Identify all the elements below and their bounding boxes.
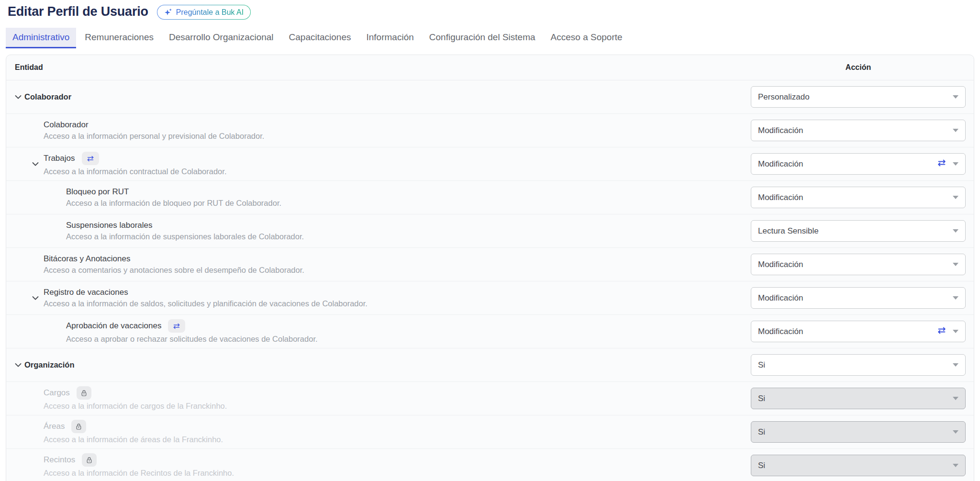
table-row: Registro de vacaciones Acceso a la infor… <box>6 281 974 314</box>
ask-buk-ai-label: Pregúntale a Buk AI <box>176 9 244 16</box>
tab-acceso-a-soporte[interactable]: Acceso a Soporte <box>544 28 629 48</box>
caret-down-icon <box>953 229 958 233</box>
action-cell: Si <box>751 388 974 409</box>
action-select-value: Si <box>758 394 765 403</box>
table-row: Recintos Acceso a la información de Reci… <box>6 448 974 481</box>
tab-bar: Administrativo Remuneraciones Desarrollo… <box>0 28 980 48</box>
action-select[interactable]: Lectura Sensible <box>751 220 966 242</box>
entity-cell: Suspensiones laborales Acceso a la infor… <box>6 216 751 246</box>
action-select[interactable]: Modificación <box>751 187 966 208</box>
action-select-value: Si <box>758 427 765 437</box>
caret-down-icon <box>953 162 958 166</box>
action-select-value: Personalizado <box>758 92 810 102</box>
swap-arrows-icon <box>936 327 947 336</box>
action-cell: Modificación <box>751 287 974 309</box>
tab-desarrollo-organizacional[interactable]: Desarrollo Organizacional <box>162 28 280 48</box>
entity-description: Acceso a la información de saldos, solic… <box>44 299 751 308</box>
action-cell: Modificación <box>751 321 974 342</box>
entity-description: Acceso a la información contractual de C… <box>44 167 751 176</box>
table-row: Colaborador Personalizado <box>6 80 974 113</box>
entity-description: Acceso a aprobar o rechazar solicitudes … <box>66 335 751 344</box>
entity-cell: Trabajos Acceso a la información contrac… <box>6 147 751 180</box>
action-cell: Modificación <box>751 120 974 141</box>
entity-cell: Áreas Acceso a la información de áreas d… <box>6 415 751 448</box>
caret-down-icon <box>953 129 958 132</box>
entity-description: Acceso a la información de Recintos de l… <box>44 469 751 478</box>
ask-buk-ai-button[interactable]: Pregúntale a Buk AI <box>157 5 251 20</box>
action-cell: Si <box>751 455 974 476</box>
action-cell: Si <box>751 354 974 376</box>
caret-down-icon <box>953 397 958 400</box>
entity-cell: Colaborador Acceso a la información pers… <box>6 116 751 145</box>
chevron-down-icon[interactable] <box>14 362 22 368</box>
action-select[interactable]: Modificación <box>751 254 966 275</box>
action-select-value: Lectura Sensible <box>758 226 819 236</box>
action-cell: Modificación <box>751 254 974 275</box>
chevron-down-icon[interactable] <box>31 161 40 167</box>
swap-arrows-icon[interactable] <box>168 319 185 333</box>
entity-title: Bitácoras y Anotaciones <box>44 254 130 264</box>
swap-arrows-icon[interactable] <box>82 152 99 165</box>
entity-cell: Aprobación de vacaciones Acceso a aproba… <box>6 315 751 348</box>
entity-title: Áreas <box>44 422 65 431</box>
entity-cell: Cargos Acceso a la información de cargos… <box>6 382 751 415</box>
table-row: Bloqueo por RUT Acceso a la información … <box>6 180 974 214</box>
table-row: Cargos Acceso a la información de cargos… <box>6 381 974 415</box>
entity-title: Aprobación de vacaciones <box>66 321 161 331</box>
lock-icon <box>77 386 91 400</box>
column-header-action: Acción <box>751 63 974 72</box>
tab-label: Remuneraciones <box>85 32 154 42</box>
action-select[interactable]: Si <box>751 354 966 376</box>
action-select[interactable]: Modificación <box>751 321 966 342</box>
caret-down-icon <box>953 296 958 300</box>
lock-icon <box>71 420 86 433</box>
action-select-value: Si <box>758 461 765 470</box>
action-select-value: Modificación <box>758 327 803 336</box>
sparkle-icon <box>164 8 172 16</box>
action-cell: Personalizado <box>751 86 974 108</box>
caret-down-icon <box>953 330 958 333</box>
entity-cell: Bloqueo por RUT Acceso a la información … <box>6 183 751 212</box>
action-select[interactable]: Modificación <box>751 120 966 141</box>
tab-remuneraciones[interactable]: Remuneraciones <box>78 28 160 48</box>
entity-description: Acceso a la información personal y previ… <box>44 132 751 141</box>
action-select: Si <box>751 455 966 476</box>
entity-title: Trabajos <box>44 154 75 163</box>
table-header-row: Entidad Acción <box>6 55 974 80</box>
entity-cell: Bitácoras y Anotaciones Acceso a comenta… <box>6 250 751 279</box>
action-cell: Modificación <box>751 153 974 175</box>
tab-capacitaciones[interactable]: Capacitaciones <box>282 28 358 48</box>
tab-label: Administrativo <box>12 32 69 42</box>
action-select[interactable]: Modificación <box>751 153 966 175</box>
tab-información[interactable]: Información <box>360 28 421 48</box>
table-row: Colaborador Acceso a la información pers… <box>6 113 974 147</box>
page-header: Editar Perfil de Usuario Pregúntale a Bu… <box>0 0 980 20</box>
action-select-value: Si <box>758 360 765 370</box>
chevron-down-icon[interactable] <box>14 94 22 100</box>
caret-down-icon <box>953 430 958 434</box>
lock-icon <box>82 453 97 467</box>
action-select-value: Modificación <box>758 260 803 269</box>
entity-description: Acceso a comentarios y anotaciones sobre… <box>44 266 751 275</box>
tab-label: Capacitaciones <box>289 32 351 42</box>
action-select-value: Modificación <box>758 293 803 303</box>
action-select[interactable]: Personalizado <box>751 86 966 108</box>
table-row: Suspensiones laborales Acceso a la infor… <box>6 214 974 247</box>
action-select-value: Modificación <box>758 193 803 202</box>
tab-label: Configuración del Sistema <box>429 32 535 42</box>
tab-administrativo[interactable]: Administrativo <box>6 28 76 48</box>
column-header-entity: Entidad <box>6 63 751 72</box>
chevron-down-icon[interactable] <box>31 295 40 301</box>
entity-cell: Colaborador <box>6 88 751 106</box>
tab-label: Desarrollo Organizacional <box>169 32 274 42</box>
table-body: Colaborador Personalizado Colabor <box>6 80 974 481</box>
action-select[interactable]: Modificación <box>751 287 966 309</box>
action-cell: Si <box>751 421 974 443</box>
caret-down-icon <box>953 464 958 467</box>
tab-configuración-del-sistema[interactable]: Configuración del Sistema <box>423 28 542 48</box>
entity-title: Recintos <box>44 455 75 465</box>
entity-title: Suspensiones laborales <box>66 221 153 230</box>
entity-cell: Registro de vacaciones Acceso a la infor… <box>6 283 751 313</box>
entity-title: Organización <box>24 360 75 369</box>
entity-cell: Organización <box>6 356 751 374</box>
